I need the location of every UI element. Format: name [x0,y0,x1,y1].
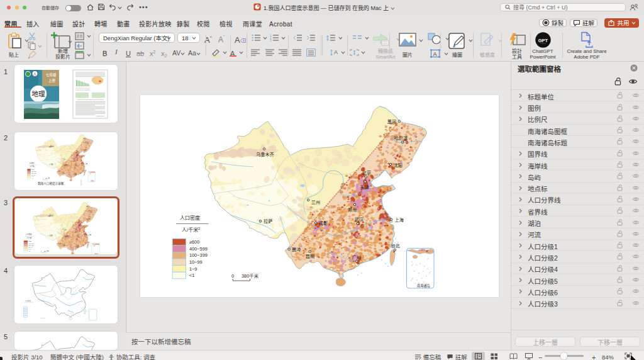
svg-text:GPT: GPT [538,36,548,43]
svg-text:台北: 台北 [391,242,399,249]
svg-text:哈尔滨: 哈尔滨 [394,135,408,141]
svg-text:拉萨: 拉萨 [264,218,272,224]
svg-text:昆明: 昆明 [306,253,314,259]
svg-text:人/千米2: 人/千米2 [182,226,200,233]
svg-text:<1: <1 [189,271,194,278]
svg-text:上海: 上海 [395,217,404,223]
svg-text:北京: 北京 [362,169,371,176]
svg-text:人口密度: 人口密度 [180,214,200,221]
svg-text:100~399: 100~399 [189,251,208,258]
svg-text:A: A [433,50,437,58]
svg-text:380千米: 380千米 [242,272,259,279]
svg-text:地理: 地理 [32,89,45,98]
svg-text:乌鲁木齐: 乌鲁木齐 [256,151,274,157]
svg-text:七年级: 七年级 [46,72,57,77]
svg-text:上册: 上册 [48,78,56,83]
svg-text:騰冲: 騰冲 [292,246,301,252]
svg-text:郑州: 郑州 [348,206,357,213]
svg-text:成都: 成都 [319,220,328,226]
svg-text:广州: 广州 [352,254,361,260]
svg-text:我国人口密度示意图: 我国人口密度示意图 [38,181,64,186]
svg-text:黑河: 黑河 [387,118,396,125]
svg-text:1~9: 1~9 [189,265,197,272]
svg-text:南海诸岛: 南海诸岛 [417,283,430,288]
svg-text:沈阳: 沈阳 [394,162,402,168]
svg-text:兰州: 兰州 [311,199,320,205]
svg-text:人: 人 [33,72,37,77]
svg-text:A: A [334,48,338,56]
svg-text:3: 3 [270,38,272,42]
svg-text:天津: 天津 [360,184,369,190]
svg-text:≥600: ≥600 [189,238,199,245]
svg-text:人口密度: 人口密度 [25,300,31,302]
svg-text:10~99: 10~99 [189,258,203,265]
svg-text:0: 0 [231,272,234,279]
svg-text:武汉: 武汉 [355,216,364,222]
svg-text:400~599: 400~599 [189,245,208,252]
